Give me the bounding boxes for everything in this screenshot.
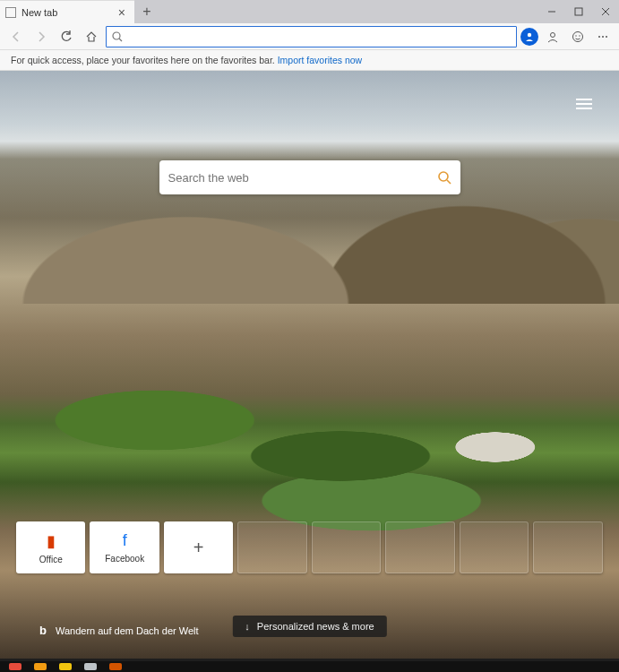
web-search-box[interactable] xyxy=(159,160,460,194)
new-tab-button[interactable]: + xyxy=(134,0,159,23)
news-chip-label: Personalized news & more xyxy=(257,621,374,632)
tile-empty[interactable] xyxy=(460,521,529,573)
toolbar xyxy=(0,23,619,50)
svg-rect-1 xyxy=(575,8,582,15)
tile-add[interactable]: + xyxy=(164,521,233,573)
svg-point-12 xyxy=(602,36,604,38)
taskbar-app-icon[interactable] xyxy=(59,663,72,670)
office-icon: ▮ xyxy=(47,531,56,551)
svg-point-7 xyxy=(551,32,555,37)
new-tab-page: ▮ Office f Facebook + b Wandern auf dem … xyxy=(0,71,619,659)
forward-arrow-icon xyxy=(35,30,47,43)
close-tab-button[interactable]: × xyxy=(115,5,129,20)
close-window-button[interactable] xyxy=(592,0,619,23)
minimize-icon xyxy=(547,7,556,16)
page-settings-button[interactable] xyxy=(576,96,592,112)
svg-point-14 xyxy=(439,172,448,181)
refresh-icon xyxy=(60,30,73,43)
maximize-icon xyxy=(574,7,583,16)
search-icon xyxy=(112,31,123,42)
tile-label: Facebook xyxy=(105,554,144,564)
tile-empty[interactable] xyxy=(312,521,382,573)
svg-point-6 xyxy=(528,32,531,36)
image-caption[interactable]: b Wandern auf dem Dach der Welt xyxy=(39,624,199,637)
back-arrow-icon xyxy=(10,30,22,43)
arrow-down-icon: ↓ xyxy=(245,621,250,632)
minimize-button[interactable] xyxy=(538,0,565,23)
address-input[interactable] xyxy=(128,30,511,43)
facebook-icon: f xyxy=(123,531,127,550)
home-button[interactable] xyxy=(81,26,102,47)
refresh-button[interactable] xyxy=(56,26,77,47)
caption-text: Wandern auf dem Dach der Welt xyxy=(56,625,199,636)
web-search-input[interactable] xyxy=(168,171,437,185)
favorites-hint-text: For quick access, place your favorites h… xyxy=(11,55,275,65)
address-bar[interactable] xyxy=(106,26,517,47)
tile-facebook[interactable]: f Facebook xyxy=(90,521,159,573)
favorites-hint-bar: For quick access, place your favorites h… xyxy=(0,50,619,71)
menu-button[interactable] xyxy=(592,26,614,47)
svg-point-10 xyxy=(579,35,580,36)
tab-title: New tab xyxy=(21,7,57,18)
profile-button[interactable] xyxy=(520,28,538,46)
feedback-button[interactable] xyxy=(567,26,589,47)
home-icon xyxy=(85,30,98,43)
more-icon xyxy=(597,30,609,43)
favicon-placeholder-icon xyxy=(5,7,16,18)
taskbar xyxy=(0,661,619,672)
taskbar-app-icon[interactable] xyxy=(84,663,97,670)
search-submit-icon xyxy=(437,170,451,185)
taskbar-app-icon[interactable] xyxy=(34,663,47,670)
maximize-button[interactable] xyxy=(565,0,592,23)
taskbar-app-icon[interactable] xyxy=(109,663,122,670)
tile-label: Office xyxy=(39,555,63,564)
tile-empty[interactable] xyxy=(385,521,455,573)
svg-point-11 xyxy=(598,36,600,38)
web-search-submit[interactable] xyxy=(437,170,451,185)
close-icon xyxy=(601,7,610,16)
back-button[interactable] xyxy=(5,26,27,47)
personalized-news-button[interactable]: ↓ Personalized news & more xyxy=(232,616,386,637)
quick-links-row: ▮ Office f Facebook + xyxy=(16,521,603,573)
import-favorites-link[interactable]: Import favorites now xyxy=(278,55,363,65)
svg-point-9 xyxy=(575,35,576,36)
person-icon xyxy=(546,30,559,43)
svg-point-8 xyxy=(573,31,583,41)
tile-empty[interactable] xyxy=(237,521,307,573)
svg-line-15 xyxy=(447,180,451,184)
plus-icon: + xyxy=(193,538,204,558)
smiley-icon xyxy=(572,30,584,43)
tile-empty[interactable] xyxy=(533,521,603,573)
browser-tab[interactable]: New tab × xyxy=(0,0,134,23)
window-controls xyxy=(538,0,619,23)
taskbar-app-icon[interactable] xyxy=(9,663,21,670)
svg-point-4 xyxy=(113,32,120,39)
account-button[interactable] xyxy=(542,26,563,47)
title-bar: New tab × + xyxy=(0,0,619,23)
forward-button[interactable] xyxy=(30,26,52,47)
svg-line-5 xyxy=(119,39,122,41)
profile-icon xyxy=(524,31,535,42)
tile-office[interactable]: ▮ Office xyxy=(16,521,85,573)
svg-point-13 xyxy=(606,36,607,38)
bing-icon: b xyxy=(39,624,47,637)
